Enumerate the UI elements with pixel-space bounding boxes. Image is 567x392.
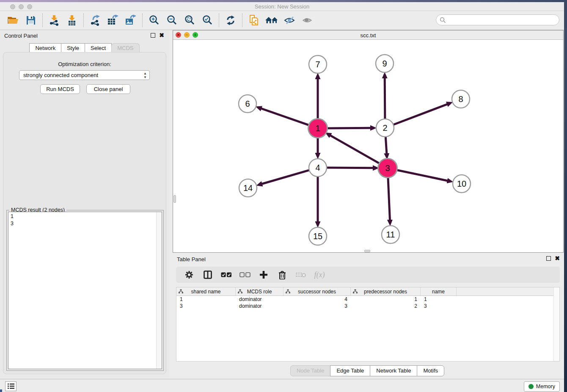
column-header-successor-nodes[interactable]: successor nodes bbox=[284, 287, 351, 295]
column-header-mcds-role[interactable]: MCDS role bbox=[236, 287, 284, 295]
mcds-result-text[interactable]: 1 3 bbox=[8, 212, 162, 369]
graph-edge-2-9[interactable] bbox=[385, 78, 385, 120]
graph-node-7[interactable]: 7 bbox=[309, 55, 327, 73]
zoom-fit-icon[interactable] bbox=[181, 13, 198, 28]
zoom-out-icon[interactable] bbox=[163, 13, 181, 28]
cell-successor-nodes[interactable]: 4 bbox=[284, 296, 351, 303]
delete-column-icon bbox=[295, 269, 307, 280]
export-image-icon[interactable] bbox=[122, 13, 140, 28]
memory-button[interactable]: Memory bbox=[524, 381, 560, 392]
export-table-icon[interactable] bbox=[104, 13, 122, 28]
graph-edge-4-3[interactable] bbox=[326, 168, 373, 168]
graph-node-10[interactable]: 10 bbox=[453, 175, 471, 193]
graph-edge-2-8[interactable] bbox=[393, 104, 447, 125]
network-window-title: scc.txt bbox=[173, 32, 563, 39]
unchecked-boxes-icon[interactable] bbox=[239, 269, 251, 280]
cell-mcds-role[interactable]: dominator bbox=[236, 303, 284, 309]
control-panel-header: Control Panel ✖ bbox=[0, 30, 169, 41]
tab-network-table[interactable]: Network Table bbox=[370, 365, 417, 376]
graph-node-8[interactable]: 8 bbox=[452, 90, 470, 108]
os-title-bar: Session: New Session bbox=[0, 2, 564, 11]
table-scrollbar[interactable] bbox=[553, 287, 559, 361]
float-table-panel-icon[interactable] bbox=[546, 256, 551, 261]
svg-text:10: 10 bbox=[457, 179, 466, 188]
plus-icon[interactable] bbox=[257, 269, 270, 280]
graph-node-15[interactable]: 15 bbox=[309, 227, 327, 245]
eye-icon[interactable] bbox=[298, 13, 316, 28]
export-network-icon[interactable] bbox=[86, 13, 104, 28]
table-row[interactable]: 3 dominator 3 2 3 bbox=[176, 303, 559, 309]
graph-node-2[interactable]: 2 bbox=[376, 119, 394, 137]
open-session-icon[interactable] bbox=[4, 13, 22, 28]
graph-node-11[interactable]: 11 bbox=[382, 226, 399, 243]
graph-node-6[interactable]: 6 bbox=[239, 95, 256, 113]
hierarchy-icon bbox=[238, 289, 242, 294]
network-window-titlebar[interactable]: ✕ − + scc.txt bbox=[173, 30, 563, 40]
checked-boxes-icon[interactable] bbox=[220, 269, 233, 280]
float-panel-icon[interactable] bbox=[151, 33, 155, 38]
list-icon bbox=[8, 384, 14, 389]
graph-node-9[interactable]: 9 bbox=[376, 55, 394, 72]
close-table-panel-icon[interactable]: ✖ bbox=[555, 256, 560, 261]
graph-edge-1-2[interactable] bbox=[326, 128, 371, 128]
import-table-icon[interactable] bbox=[63, 13, 81, 28]
main-toolbar bbox=[0, 11, 564, 30]
split-columns-icon[interactable] bbox=[201, 269, 214, 280]
cell-name[interactable]: 1 bbox=[421, 296, 457, 303]
run-mcds-button[interactable]: Run MCDS bbox=[40, 84, 80, 94]
graph-edge-3-1[interactable] bbox=[330, 135, 381, 164]
hierarchy-icon bbox=[286, 289, 290, 294]
column-header-name[interactable]: name bbox=[421, 287, 457, 295]
graph-node-4[interactable]: 4 bbox=[309, 159, 327, 177]
toolbar-separator bbox=[42, 14, 43, 27]
hierarchy-icon bbox=[353, 289, 358, 294]
graph-edge-1-6[interactable] bbox=[261, 108, 310, 126]
svg-text:7: 7 bbox=[315, 60, 320, 69]
cell-predecessor-nodes[interactable]: 2 bbox=[351, 303, 421, 309]
cell-mcds-role[interactable]: dominator bbox=[236, 296, 284, 303]
zoom-selected-icon[interactable] bbox=[198, 13, 216, 28]
cell-shared-name[interactable]: 1 bbox=[176, 296, 236, 303]
documents-share-icon[interactable] bbox=[245, 13, 263, 28]
toolbar-separator bbox=[83, 14, 84, 27]
table-toolbar: f(x) bbox=[176, 267, 560, 283]
gear-icon[interactable] bbox=[183, 269, 195, 280]
table-panel-title: Table Panel bbox=[177, 256, 206, 262]
cell-shared-name[interactable]: 3 bbox=[176, 303, 236, 309]
cell-predecessor-nodes[interactable]: 1 bbox=[351, 296, 421, 303]
toolbar-separator bbox=[242, 14, 242, 27]
svg-text:11: 11 bbox=[386, 230, 395, 239]
horizontal-scrollbar-thumb[interactable] bbox=[364, 250, 370, 252]
application-window: Session: New Session bbox=[0, 2, 564, 392]
graph-node-3[interactable]: 3 bbox=[378, 159, 397, 178]
graph-node-14[interactable]: 14 bbox=[239, 179, 257, 197]
cell-name[interactable]: 3 bbox=[421, 303, 457, 309]
zoom-in-icon[interactable] bbox=[145, 13, 163, 28]
table-row[interactable]: 1 dominator 4 1 1 bbox=[176, 296, 559, 303]
close-panel-icon[interactable]: ✖ bbox=[159, 33, 164, 38]
tab-edge-table[interactable]: Edge Table bbox=[330, 365, 370, 376]
task-history-button[interactable] bbox=[5, 381, 17, 391]
close-panel-button[interactable]: Close panel bbox=[86, 84, 130, 94]
search-input[interactable] bbox=[446, 16, 559, 24]
result-scrollbar[interactable] bbox=[156, 212, 162, 369]
vertical-scrollbar-thumb[interactable] bbox=[173, 195, 176, 203]
tab-motifs[interactable]: Motifs bbox=[417, 365, 444, 376]
graph-node-1[interactable]: 1 bbox=[308, 119, 328, 138]
column-header-predecessor-nodes[interactable]: predecessor nodes bbox=[351, 287, 421, 295]
tab-node-table[interactable]: Node Table bbox=[290, 365, 331, 376]
network-graph[interactable]: 1234678910111415 bbox=[173, 40, 563, 252]
graph-edge-2-3[interactable] bbox=[385, 136, 387, 154]
save-session-icon[interactable] bbox=[22, 13, 40, 28]
refresh-icon[interactable] bbox=[222, 13, 239, 28]
import-network-icon[interactable] bbox=[45, 13, 63, 28]
graph-edge-3-11[interactable] bbox=[388, 176, 390, 220]
graph-edge-4-14[interactable] bbox=[262, 170, 310, 184]
eye-slash-icon[interactable] bbox=[281, 13, 298, 28]
trash-icon[interactable] bbox=[276, 269, 289, 280]
houses-icon[interactable] bbox=[263, 13, 281, 28]
graph-edge-3-10[interactable] bbox=[396, 170, 448, 181]
column-header-shared-name[interactable]: shared name bbox=[176, 287, 236, 295]
cell-successor-nodes[interactable]: 3 bbox=[284, 303, 351, 309]
criterion-select[interactable]: strongly connected component ▲▼ bbox=[19, 70, 150, 80]
